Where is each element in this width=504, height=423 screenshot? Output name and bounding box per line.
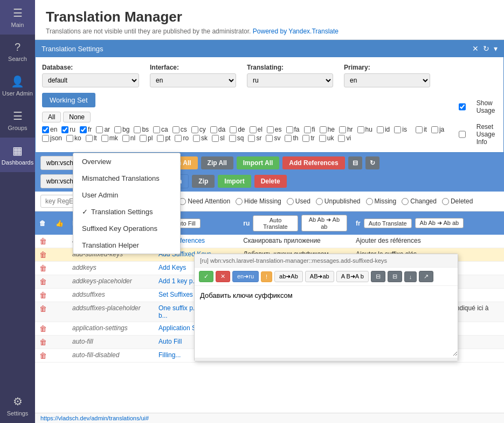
lang-pl[interactable]: pl <box>140 134 153 142</box>
lang-nl[interactable]: nl <box>122 134 135 142</box>
lang-ru[interactable]: ru <box>61 126 75 133</box>
lang-de[interactable]: de <box>230 126 245 133</box>
lang-fi[interactable]: fi <box>304 126 315 133</box>
filter-missing[interactable]: Missing <box>366 197 397 205</box>
lang-sk[interactable]: sk <box>193 134 208 142</box>
lang-he[interactable]: he <box>320 126 335 133</box>
lang-ja[interactable]: ja <box>431 126 444 133</box>
lang-it[interactable]: it <box>416 126 427 133</box>
reset-usage-checkbox[interactable] <box>459 123 466 146</box>
interface-select[interactable]: en <box>150 73 236 87</box>
editor-copy1-button[interactable]: ⊟ <box>371 271 385 282</box>
primary-select[interactable]: en <box>344 73 430 87</box>
trash-icon[interactable]: 🗑 <box>39 304 47 313</box>
editor-en-ru-button[interactable]: en➜ru <box>232 271 259 282</box>
lang-tr[interactable]: tr <box>302 134 314 142</box>
lang-da[interactable]: da <box>210 126 225 133</box>
lang-pt[interactable]: pt <box>157 134 170 142</box>
lang-id[interactable]: id <box>377 126 390 133</box>
editor-ab-button3[interactable]: A B➜A b <box>336 271 369 282</box>
lang-ar[interactable]: ar <box>96 126 110 133</box>
en-link[interactable]: Add Keys <box>158 264 186 271</box>
zip-all-button[interactable]: Zip All <box>201 156 233 169</box>
editor-copy2-button[interactable]: ⊟ <box>388 271 402 282</box>
trash-icon[interactable]: 🗑 <box>39 237 47 245</box>
refresh-icon[interactable]: ↻ <box>483 44 489 53</box>
show-usage-checkbox[interactable] <box>459 99 466 114</box>
lang-sq[interactable]: sq <box>229 134 244 142</box>
refresh-button[interactable]: ↻ <box>365 156 379 169</box>
lang-fr[interactable]: fr <box>80 126 92 133</box>
lang-bg[interactable]: bg <box>114 126 129 133</box>
ab-fr-button[interactable]: Ab Ab ➜ Ab ab <box>415 218 464 228</box>
filter-deleted[interactable]: Deleted <box>442 197 473 205</box>
sidebar-item-groups[interactable]: ☰ Groups <box>0 103 35 138</box>
editor-resize-handle[interactable] <box>195 358 458 361</box>
none-button[interactable]: None <box>63 112 91 122</box>
lang-ca[interactable]: ca <box>153 126 168 133</box>
filter-hide-missing[interactable]: Hide Missing <box>236 197 281 205</box>
lang-ro[interactable]: ro <box>175 134 189 142</box>
trash-icon[interactable]: 🗑 <box>39 338 47 346</box>
menu-item-user-admin[interactable]: User Admin <box>73 187 180 203</box>
translating-select[interactable]: ru <box>247 73 333 87</box>
trash-icon[interactable]: 🗑 <box>39 351 47 360</box>
sidebar-item-settings[interactable]: ⚙ Settings <box>0 388 35 423</box>
trash-icon[interactable]: 🗑 <box>39 250 47 259</box>
menu-item-mismatched[interactable]: Mismatched Translations <box>73 170 180 187</box>
show-usage-label[interactable]: Show Usage <box>459 99 497 114</box>
yandex-link[interactable]: Powered by Yandex.Translate <box>253 28 339 35</box>
filter-need-attention[interactable]: Need Attention <box>179 197 230 205</box>
auto-translate-fr-button[interactable]: Auto Translate <box>364 219 412 228</box>
lang-cy[interactable]: cy <box>191 126 206 133</box>
filter-changed[interactable]: Changed <box>402 197 437 205</box>
lang-is[interactable]: is <box>394 126 407 133</box>
lang-sr[interactable]: sr <box>248 134 261 142</box>
auto-translate-ru-button[interactable]: Auto Translate <box>253 215 298 231</box>
filter-icon[interactable]: ▾ <box>494 44 498 53</box>
trash-icon[interactable]: 🗑 <box>39 264 47 272</box>
editor-AB-ab-button[interactable]: AB➜ab <box>305 271 334 282</box>
ab-ru-button[interactable]: Ab Ab ➜ Ab ab <box>301 215 347 231</box>
en-link[interactable]: Add 1 key p... <box>158 277 198 285</box>
editor-flag-button[interactable]: ! <box>261 271 272 282</box>
fr-cell[interactable]: Ajouter des références <box>351 235 504 248</box>
sidebar-item-main[interactable]: ☰ Main <box>0 0 35 35</box>
filter-unpublished[interactable]: Unpublished <box>316 197 361 205</box>
lang-en[interactable]: en <box>42 126 57 133</box>
lang-es[interactable]: es <box>267 126 282 133</box>
lang-uk[interactable]: uk <box>319 134 334 142</box>
copy-button[interactable]: ⊟ <box>348 156 362 169</box>
lang-hr[interactable]: hr <box>339 126 353 133</box>
lang-sl[interactable]: sl <box>212 134 225 142</box>
trash-icon[interactable]: 🗑 <box>39 277 47 286</box>
lang-json[interactable]: json <box>42 134 62 142</box>
database-select[interactable]: default <box>42 73 139 87</box>
lang-el[interactable]: el <box>250 126 263 133</box>
working-set-button[interactable]: Working Set <box>42 93 95 107</box>
menu-item-overview[interactable]: Overview <box>73 153 180 170</box>
sidebar-item-search[interactable]: ? Search <box>0 35 35 69</box>
trash-icon[interactable]: 🗑 <box>39 324 47 333</box>
lang-mk[interactable]: mk <box>101 134 118 142</box>
editor-confirm-button[interactable]: ✓ <box>199 271 213 282</box>
delete-button[interactable]: Delete <box>254 175 287 188</box>
zip-button[interactable]: Zip <box>192 175 215 188</box>
lang-hu[interactable]: hu <box>357 126 372 133</box>
menu-item-suffixed[interactable]: Suffixed Key Operations <box>73 220 180 237</box>
lang-vi[interactable]: vi <box>338 134 351 142</box>
lang-lt[interactable]: lt <box>86 134 97 142</box>
en-link[interactable]: Auto Fill <box>158 338 182 345</box>
en-link[interactable]: Set Suffixes <box>158 291 193 298</box>
filter-used[interactable]: Used <box>287 197 310 205</box>
import-button[interactable]: Import <box>218 175 251 188</box>
all-button[interactable]: All <box>42 112 61 122</box>
lang-sv[interactable]: sv <box>266 134 280 142</box>
editor-down-button[interactable]: ↓ <box>404 271 417 282</box>
reset-usage-label[interactable]: Reset Usage Info <box>459 123 497 146</box>
add-references-button[interactable]: Add References <box>282 156 344 169</box>
editor-export-button[interactable]: ↗ <box>419 271 433 282</box>
lang-ko[interactable]: ko <box>66 134 81 142</box>
import-all-button[interactable]: Import All <box>237 156 280 169</box>
lang-cs[interactable]: cs <box>172 126 187 133</box>
